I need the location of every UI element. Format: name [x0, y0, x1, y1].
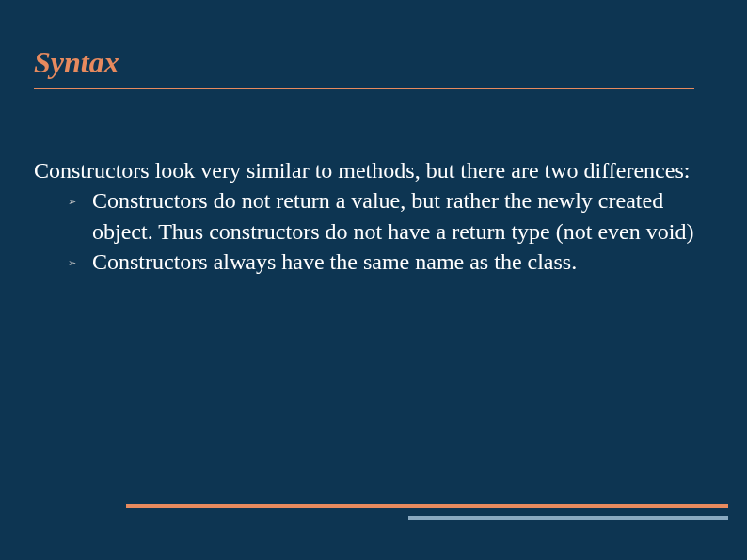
chevron-right-icon: ➢ — [68, 195, 76, 209]
bullet-item: ➢ Constructors do not return a value, bu… — [68, 185, 713, 247]
chevron-right-icon: ➢ — [68, 256, 76, 270]
decor-line-blue — [408, 516, 728, 520]
bullet-item: ➢ Constructors always have the same name… — [68, 247, 713, 277]
title-underline — [34, 88, 694, 89]
slide-title: Syntax — [34, 45, 713, 80]
bullet-text: Constructors do not return a value, but … — [92, 188, 693, 243]
intro-text: Constructors look very similar to method… — [34, 155, 713, 185]
slide: Syntax Constructors look very similar to… — [0, 0, 747, 560]
footer-decoration — [126, 504, 728, 520]
bullet-text: Constructors always have the same name a… — [92, 249, 577, 274]
slide-content: Constructors look very similar to method… — [34, 155, 713, 278]
decor-line-orange — [126, 504, 728, 508]
bullet-list: ➢ Constructors do not return a value, bu… — [34, 185, 713, 277]
